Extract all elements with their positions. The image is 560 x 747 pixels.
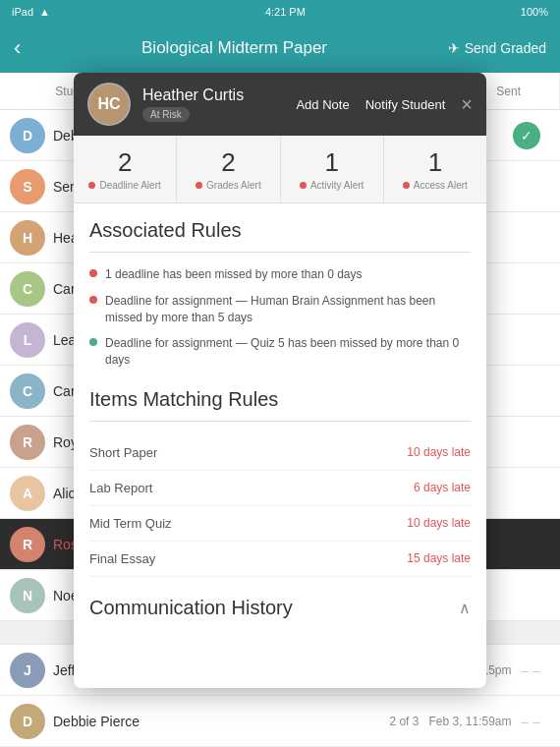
- send-graded-label: Send Graded: [465, 40, 546, 56]
- item-late-label: 6 days late: [414, 481, 471, 494]
- carrier-label: iPad: [12, 6, 33, 18]
- item-name: Mid Term Quiz: [89, 516, 172, 531]
- modal-close-button[interactable]: ×: [461, 94, 473, 114]
- send-graded-button[interactable]: ✈ Send Graded: [448, 40, 546, 56]
- access-alert-label: Access Alert: [403, 180, 468, 191]
- item-late-label: 10 days late: [407, 516, 471, 530]
- comm-history-title: Communication History: [89, 597, 293, 619]
- avatar: J: [10, 653, 45, 688]
- submission-info: 2 of 3: [389, 715, 419, 728]
- page-title: Biological Midterm Paper: [21, 38, 447, 58]
- notify-student-button[interactable]: Notify Student: [365, 97, 446, 112]
- activity-alert-label: Activity Alert: [300, 180, 364, 191]
- avatar: L: [10, 322, 45, 358]
- items-divider: [89, 421, 471, 422]
- item-name: Short Paper: [89, 445, 157, 460]
- deadline-alert-dot: [88, 182, 95, 189]
- at-risk-badge: At Risk: [142, 107, 190, 122]
- student-detail-modal: HC Heather Curtis At Risk Add Note Notif…: [74, 73, 486, 688]
- list-item: Deadline for assignment — Quiz 5 has bee…: [89, 335, 471, 369]
- status-right: 100%: [521, 6, 548, 18]
- grade-placeholder: – –: [522, 714, 540, 729]
- rule-text-3: Deadline for assignment — Quiz 5 has bee…: [105, 335, 471, 369]
- avatar: D: [10, 118, 45, 153]
- table-row[interactable]: D Debbie Pierce 2 of 3 Feb 3, 11:59am – …: [0, 696, 560, 747]
- grades-alert-label: Grades Alert: [196, 180, 261, 191]
- deadline-alert-label: Deadline Alert: [88, 180, 160, 191]
- list-item: Mid Term Quiz 10 days late: [89, 506, 471, 542]
- status-left: iPad ▲: [12, 6, 50, 18]
- send-icon: ✈: [448, 40, 460, 56]
- rule-text-2: Deadline for assignment — Human Brain As…: [105, 293, 471, 326]
- grades-alert-number: 2: [221, 147, 235, 178]
- grades-alert-count: 2 Grades Alert: [177, 136, 280, 202]
- top-nav: ‹ Biological Midterm Paper ✈ Send Graded: [0, 24, 560, 73]
- activity-alert-dot: [300, 182, 307, 189]
- item-late-label: 10 days late: [407, 445, 471, 459]
- item-late-label: 15 days late: [407, 551, 471, 565]
- status-time: 4:21 PM: [265, 6, 306, 18]
- deadline-alert-count: 2 Deadline Alert: [74, 136, 177, 202]
- list-item: Lab Report 6 days late: [89, 471, 471, 506]
- avatar: A: [10, 476, 45, 511]
- list-item: Short Paper 10 days late: [89, 435, 471, 471]
- battery-icon: 100%: [521, 6, 548, 18]
- items-list: Short Paper 10 days late Lab Report 6 da…: [89, 435, 471, 577]
- avatar: S: [10, 169, 45, 204]
- alert-counts: 2 Deadline Alert 2 Grades Alert 1 Activi…: [74, 136, 486, 203]
- add-note-button[interactable]: Add Note: [296, 97, 349, 112]
- chevron-up-icon[interactable]: ∧: [459, 599, 471, 617]
- modal-student-name: Heather Curtis: [142, 86, 284, 104]
- rule-dot-3: [89, 338, 97, 346]
- list-item: Deadline for assignment — Human Brain As…: [89, 293, 471, 326]
- avatar: C: [10, 271, 45, 307]
- back-button[interactable]: ‹: [14, 35, 21, 61]
- submitted-check: ✓: [513, 122, 540, 149]
- rules-divider: [89, 252, 471, 253]
- access-alert-dot: [403, 182, 410, 189]
- access-alert-number: 1: [428, 147, 442, 178]
- wifi-icon: ▲: [39, 6, 50, 18]
- submission-date: Feb 3, 11:59am: [428, 715, 511, 728]
- rule-dot-1: [89, 269, 97, 277]
- access-alert-count: 1 Access Alert: [384, 136, 486, 202]
- avatar: D: [10, 704, 45, 739]
- grades-alert-dot: [196, 182, 202, 189]
- grade-placeholder: – –: [522, 662, 540, 678]
- list-item: Final Essay 15 days late: [89, 542, 471, 577]
- activity-alert-count: 1 Activity Alert: [281, 136, 384, 202]
- deadline-alert-number: 2: [118, 147, 132, 178]
- rule-text-1: 1 deadline has been missed by more than …: [105, 266, 363, 283]
- rules-list: 1 deadline has been missed by more than …: [89, 266, 471, 369]
- rule-dot-2: [89, 296, 97, 304]
- activity-alert-number: 1: [324, 147, 338, 178]
- modal-header: HC Heather Curtis At Risk Add Note Notif…: [74, 73, 486, 136]
- student-name: Debbie Pierce: [53, 714, 389, 729]
- modal-student-info: Heather Curtis At Risk: [142, 86, 284, 122]
- item-name: Final Essay: [89, 551, 155, 566]
- list-item: 1 deadline has been missed by more than …: [89, 266, 471, 283]
- avatar: R: [10, 527, 45, 562]
- item-name: Lab Report: [89, 481, 152, 495]
- associated-rules-title: Associated Rules: [89, 219, 471, 242]
- avatar: H: [10, 220, 45, 256]
- avatar: R: [10, 425, 45, 460]
- status-bar: iPad ▲ 4:21 PM 100%: [0, 0, 560, 24]
- modal-actions: Add Note Notify Student ×: [296, 94, 473, 114]
- avatar: N: [10, 578, 45, 613]
- modal-student-avatar: HC: [87, 83, 131, 126]
- avatar: C: [10, 374, 45, 409]
- items-matching-title: Items Matching Rules: [89, 388, 471, 411]
- communication-history-header: Communication History ∧: [89, 597, 471, 619]
- modal-content[interactable]: Associated Rules 1 deadline has been mis…: [74, 203, 486, 688]
